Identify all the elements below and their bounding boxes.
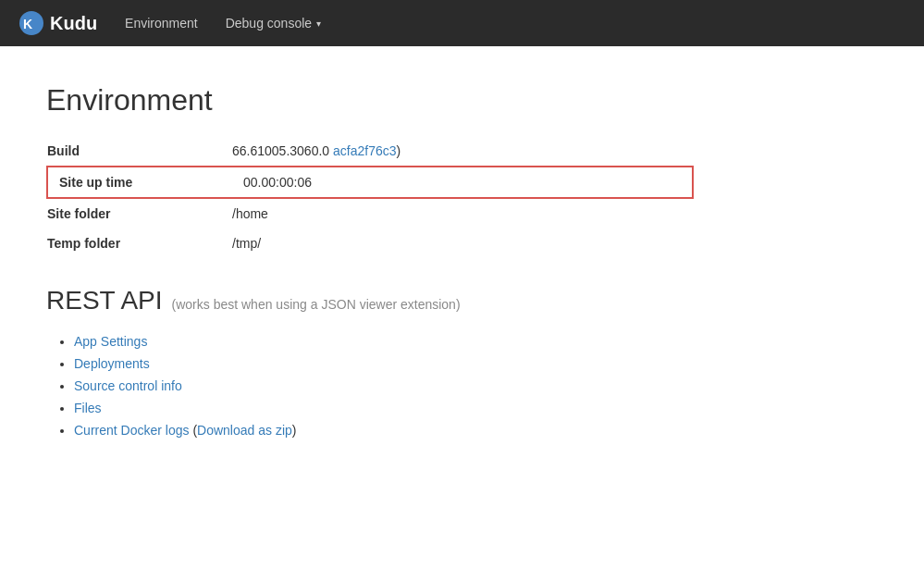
table-row: Site folder /home <box>47 198 693 229</box>
rest-api-title: REST API <box>46 286 163 315</box>
table-row: Build 66.61005.3060.0 acfa2f76c3) <box>47 136 693 167</box>
table-row: Temp folder /tmp/ <box>47 229 693 258</box>
temp-folder-value: /tmp/ <box>232 229 693 258</box>
environment-table: Build 66.61005.3060.0 acfa2f76c3) Site u… <box>46 136 694 258</box>
chevron-down-icon: ▾ <box>316 19 321 29</box>
app-settings-link[interactable]: App Settings <box>74 334 147 349</box>
build-label: Build <box>47 136 232 167</box>
site-uptime-label: Site up time <box>47 167 232 198</box>
svg-text:K: K <box>23 17 32 31</box>
files-link[interactable]: Files <box>74 401 102 415</box>
list-item: App Settings <box>74 334 878 349</box>
list-item: Files <box>74 401 878 415</box>
api-links-list: App Settings Deployments Source control … <box>46 334 878 438</box>
site-folder-label: Site folder <box>47 198 232 229</box>
rest-api-subtitle: (works best when using a JSON viewer ext… <box>172 297 461 312</box>
deployments-link[interactable]: Deployments <box>74 356 150 371</box>
source-control-info-link[interactable]: Source control info <box>74 378 182 393</box>
nav-debug-console-label: Debug console <box>226 16 312 31</box>
brand-name: Kudu <box>50 13 97 34</box>
table-row-highlighted: Site up time 00.00:00:06 <box>47 167 693 198</box>
list-item: Current Docker logs (Download as zip) <box>74 423 878 438</box>
list-item: Deployments <box>74 356 878 371</box>
download-as-zip-link[interactable]: Download as zip <box>197 423 292 438</box>
navbar: K Kudu Environment Debug console ▾ <box>0 0 924 46</box>
nav-debug-console[interactable]: Debug console ▾ <box>226 16 321 31</box>
rest-api-header: REST API (works best when using a JSON v… <box>46 286 878 320</box>
page-title: Environment <box>46 83 878 117</box>
build-link[interactable]: acfa2f76c3 <box>333 143 397 158</box>
main-content: Environment Build 66.61005.3060.0 acfa2f… <box>0 46 924 482</box>
nav-environment[interactable]: Environment <box>125 11 198 35</box>
brand-logo[interactable]: K Kudu <box>18 10 97 36</box>
build-value: 66.61005.3060.0 acfa2f76c3) <box>232 136 693 167</box>
site-uptime-value: 00.00:00:06 <box>232 167 693 198</box>
download-close-paren: ) <box>292 423 297 438</box>
temp-folder-label: Temp folder <box>47 229 232 258</box>
kudu-logo-icon: K <box>18 10 44 36</box>
site-folder-value: /home <box>232 198 693 229</box>
current-docker-logs-link[interactable]: Current Docker logs <box>74 423 190 438</box>
list-item: Source control info <box>74 378 878 393</box>
